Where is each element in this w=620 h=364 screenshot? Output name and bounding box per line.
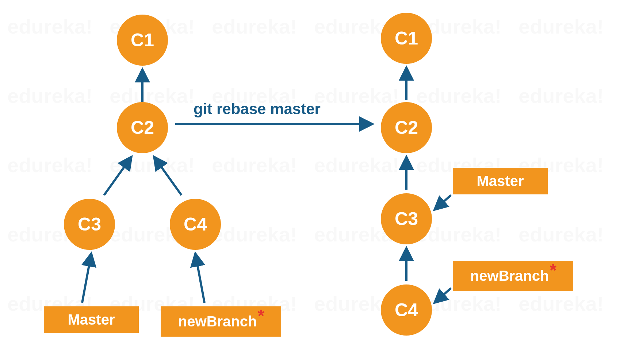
branch-label-newbranch-right: newBranch bbox=[470, 268, 549, 284]
commit-node-c4-left: C4 bbox=[170, 199, 221, 250]
watermark: edureka! bbox=[314, 84, 399, 108]
svg-line-10 bbox=[435, 195, 451, 210]
watermark: edureka! bbox=[212, 153, 297, 177]
commit-node-c3-left: C3 bbox=[64, 199, 115, 250]
watermark: edureka! bbox=[416, 84, 501, 108]
branch-box-newbranch-right: newBranch* bbox=[453, 261, 573, 291]
branch-label-master-left: Master bbox=[68, 311, 115, 328]
watermark: edureka! bbox=[7, 15, 92, 38]
watermark: edureka! bbox=[518, 15, 604, 38]
branch-box-master-left: Master bbox=[44, 306, 139, 333]
branch-box-master-right: Master bbox=[453, 168, 548, 194]
commit-node-c1-left: C1 bbox=[117, 15, 168, 66]
current-branch-indicator: * bbox=[550, 260, 556, 280]
watermark: edureka! bbox=[110, 153, 195, 177]
rebase-command-label: git rebase master bbox=[194, 100, 321, 118]
commit-node-c2-left: C2 bbox=[117, 102, 168, 153]
watermark: edureka! bbox=[7, 84, 92, 108]
watermark: edureka! bbox=[212, 15, 297, 38]
watermark: edureka! bbox=[518, 292, 604, 315]
watermark: edureka! bbox=[518, 222, 604, 246]
commit-node-c3-right: C3 bbox=[381, 193, 432, 244]
current-branch-indicator: * bbox=[257, 306, 264, 326]
branch-label-master-right: Master bbox=[477, 173, 524, 189]
branch-label-newbranch-left: newBranch bbox=[178, 313, 257, 330]
watermark: edureka! bbox=[518, 84, 604, 108]
commit-node-c4-right: C4 bbox=[381, 284, 432, 336]
watermark: edureka! bbox=[314, 153, 399, 177]
branch-box-newbranch-left: newBranch* bbox=[161, 306, 281, 337]
svg-line-5 bbox=[195, 253, 204, 303]
commit-node-c2-right: C2 bbox=[381, 102, 432, 153]
watermark: edureka! bbox=[7, 153, 92, 177]
watermark: edureka! bbox=[212, 222, 297, 246]
commit-node-c1-right: C1 bbox=[381, 13, 432, 64]
